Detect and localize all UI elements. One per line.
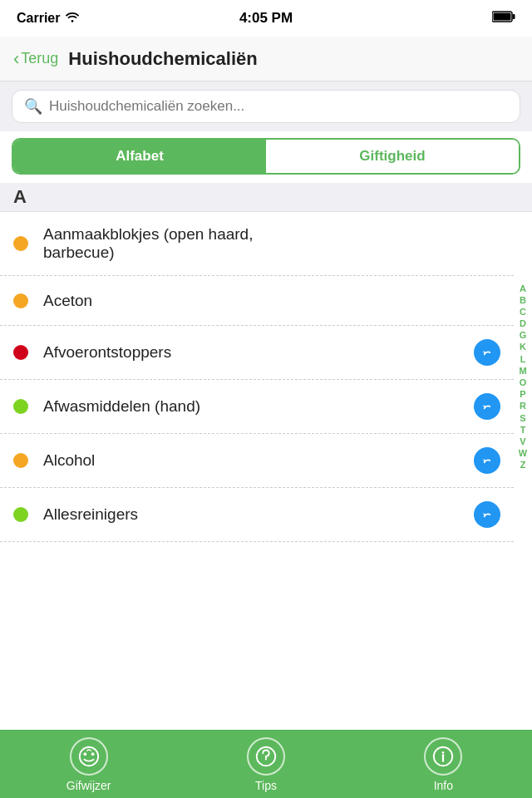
alphabet-index: A B C D G K L M O P R S T V W Z xyxy=(514,212,532,542)
section-header-a: A xyxy=(0,183,532,212)
spray-icon xyxy=(474,447,500,474)
carrier-label: Carrier xyxy=(17,11,60,26)
back-label: Terug xyxy=(21,50,58,67)
wifi-icon xyxy=(65,11,80,26)
segment-alfabet[interactable]: Alfabet xyxy=(13,140,266,173)
svg-point-8 xyxy=(83,752,86,756)
item-label: Aceton xyxy=(43,292,500,310)
item-label: Allesreinigers xyxy=(43,505,467,524)
alpha-letter-b[interactable]: B xyxy=(520,295,526,306)
alpha-letter-z[interactable]: Z xyxy=(520,460,526,470)
tab-bar: Gifwijzer Tips Info xyxy=(0,730,532,798)
tips-icon xyxy=(247,737,285,776)
list-item[interactable]: Afvoerontstoppers xyxy=(0,326,514,380)
tab-tips[interactable]: Tips xyxy=(177,737,354,792)
nav-bar: ‹ Terug Huishoudchemicaliën xyxy=(0,37,532,81)
segment-giftigheid[interactable]: Giftigheid xyxy=(266,140,519,173)
status-bar: Carrier 4:05 PM xyxy=(0,0,532,37)
toxicity-dot xyxy=(13,507,28,522)
spray-icon xyxy=(474,501,500,528)
list: Aanmaakblokjes (open haard,barbecue) Ace… xyxy=(0,212,532,542)
alpha-letter-m[interactable]: M xyxy=(519,366,526,377)
status-right xyxy=(492,11,515,26)
search-icon: 🔍 xyxy=(24,97,42,116)
list-item[interactable]: Aanmaakblokjes (open haard,barbecue) xyxy=(0,212,514,276)
search-bar: 🔍 xyxy=(0,81,532,131)
gifwijzer-icon xyxy=(70,737,108,776)
tab-gifwijzer[interactable]: Gifwijzer xyxy=(0,737,177,792)
toxicity-dot xyxy=(13,453,28,468)
alpha-letter-p[interactable]: P xyxy=(520,389,525,400)
svg-rect-1 xyxy=(513,14,515,19)
back-button[interactable]: ‹ Terug xyxy=(13,50,58,68)
item-label: Aanmaakblokjes (open haard,barbecue) xyxy=(43,225,500,262)
search-input[interactable] xyxy=(49,98,508,115)
item-label: Afwasmiddelen (hand) xyxy=(43,397,467,416)
alpha-letter-c[interactable]: C xyxy=(520,307,526,318)
alpha-letter-t[interactable]: T xyxy=(520,425,526,436)
list-item[interactable]: Afwasmiddelen (hand) xyxy=(0,380,514,434)
svg-point-9 xyxy=(91,752,94,756)
alpha-letter-k[interactable]: K xyxy=(520,342,526,352)
tab-gifwijzer-label: Gifwijzer xyxy=(66,779,111,792)
alpha-letter-a[interactable]: A xyxy=(520,283,526,294)
alpha-letter-w[interactable]: W xyxy=(519,448,527,459)
svg-point-14 xyxy=(442,751,445,753)
tab-info-label: Info xyxy=(434,779,453,792)
alpha-letter-l[interactable]: L xyxy=(520,354,526,365)
list-item[interactable]: Allesreinigers xyxy=(0,488,514,542)
spray-icon xyxy=(474,393,500,420)
search-input-wrap[interactable]: 🔍 xyxy=(12,90,520,123)
toxicity-dot xyxy=(13,293,28,308)
toxicity-dot xyxy=(13,399,28,414)
item-label: Alcohol xyxy=(43,451,467,470)
segment-control: Alfabet Giftigheid xyxy=(12,138,520,175)
svg-rect-2 xyxy=(494,13,511,21)
toxicity-dot xyxy=(13,345,28,360)
spray-icon xyxy=(474,339,500,366)
alpha-letter-r[interactable]: R xyxy=(520,401,526,411)
tab-tips-label: Tips xyxy=(255,779,277,792)
status-left: Carrier xyxy=(17,11,80,26)
battery-icon xyxy=(492,11,515,26)
page-title: Huishoudchemicaliën xyxy=(68,48,257,70)
alpha-letter-s[interactable]: S xyxy=(520,413,525,424)
item-label: Afvoerontstoppers xyxy=(43,343,467,362)
alpha-letter-v[interactable]: V xyxy=(520,436,525,447)
alpha-letter-o[interactable]: O xyxy=(520,377,527,388)
alpha-letter-d[interactable]: D xyxy=(520,318,526,329)
status-time: 4:05 PM xyxy=(239,10,293,27)
tab-info[interactable]: Info xyxy=(355,737,532,792)
list-item[interactable]: Aceton xyxy=(0,276,514,326)
back-chevron-icon: ‹ xyxy=(13,50,19,68)
alpha-letter-g[interactable]: G xyxy=(520,330,527,341)
toxicity-dot xyxy=(13,236,28,251)
info-icon xyxy=(424,737,462,776)
content-area: 🔍 Alfabet Giftigheid A Aanmaakblokjes (o… xyxy=(0,81,532,730)
list-item[interactable]: Alcohol xyxy=(0,434,514,488)
